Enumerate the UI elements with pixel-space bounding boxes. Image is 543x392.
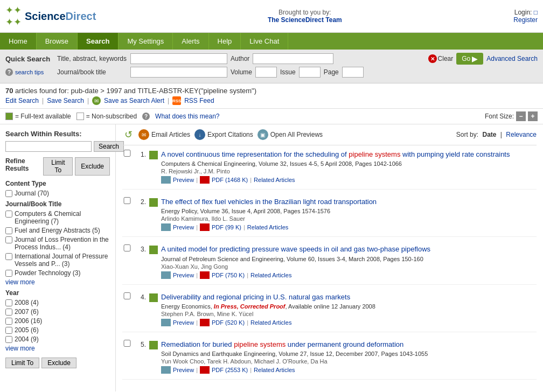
full-text-indicator-1 [149, 151, 158, 159]
refresh-icon[interactable]: ↺ [122, 129, 134, 141]
result-title-4[interactable]: Deliverability and regional pricing in U… [161, 292, 537, 302]
login-link[interactable]: □ [534, 9, 538, 16]
journal-item-3: Journal of Loss Prevention in the Proces… [5, 236, 110, 251]
journal-checkbox-1[interactable] [5, 211, 12, 218]
pdf-link-5[interactable]: PDF (2553 K) [212, 367, 248, 373]
year-item-2005: 2005 (6) [5, 326, 110, 334]
font-size-label: Font Size: [485, 113, 514, 120]
search-within-input[interactable] [5, 141, 92, 152]
font-decrease-button[interactable]: − [516, 111, 526, 121]
help-icon[interactable]: ? [5, 68, 13, 76]
page-input[interactable] [342, 67, 364, 78]
result-title-5[interactable]: Remediation for buried pipeline systems … [161, 340, 537, 349]
result-title-3[interactable]: A united model for predicting pressure w… [161, 244, 537, 254]
exclude-top-button[interactable]: Exclude [75, 157, 110, 176]
go-arrow-icon: ▶ [472, 54, 478, 63]
year-item-2007: 2007 (6) [5, 308, 110, 316]
journal-view-more-link[interactable]: view more [5, 278, 110, 286]
header: ✦✦✦✦ ScienceDirect Brought to you by: Th… [0, 0, 543, 33]
result-title-1[interactable]: A novel continuous time representation f… [161, 150, 537, 159]
journal-label-3: Journal of Loss Prevention in the Proces… [15, 236, 110, 251]
volume-input[interactable] [255, 67, 277, 78]
journal-checkbox-4[interactable] [5, 253, 12, 260]
open-all-previews-button[interactable]: ▣ Open All Previews [257, 129, 323, 140]
limit-to-top-button[interactable]: Limit To [43, 157, 73, 176]
result-title-2[interactable]: The effect of flex fuel vehicles in the … [161, 197, 537, 207]
email-articles-button[interactable]: ✉ Email Articles [138, 129, 190, 140]
clear-button[interactable]: ✕ Clear [428, 54, 454, 63]
email-icon: ✉ [138, 129, 149, 140]
result-actions-2: Preview | PDF (99 K) | Related Articles [161, 223, 537, 231]
nav-alerts[interactable]: Alerts [173, 33, 208, 50]
preview-link-5[interactable]: Preview [173, 367, 194, 373]
pdf-link-2[interactable]: PDF (99 K) [212, 224, 241, 230]
related-link-2[interactable]: Related Articles [247, 224, 288, 230]
nav-livechat[interactable]: Live Chat [241, 33, 288, 50]
journal-checkbox-5[interactable] [5, 270, 12, 277]
result-authors-4: Stephen P.A. Brown, Mine K. Yücel [161, 311, 537, 317]
related-link-5[interactable]: Related Articles [254, 367, 295, 373]
preview-link-2[interactable]: Preview [173, 224, 194, 230]
nav-home[interactable]: Home [0, 33, 37, 50]
year-view-more-link[interactable]: view more [5, 345, 110, 352]
year-checkbox-2004[interactable] [5, 336, 12, 343]
result-item-5: 5. Remediation for buried pipeline syste… [122, 340, 537, 380]
author-input[interactable] [253, 53, 333, 64]
pdf-link-4[interactable]: PDF (520 K) [212, 319, 245, 326]
year-checkbox-2007[interactable] [5, 309, 12, 316]
result-num-5: 5. [135, 340, 146, 348]
content-type-journal-checkbox[interactable] [5, 190, 12, 197]
nav-help[interactable]: Help [209, 33, 241, 50]
result-authors-5: Yun Wook Choo, Tarek H. Abdoun, Michael … [161, 358, 537, 365]
nav-mysettings[interactable]: My Settings [119, 33, 173, 50]
year-checkbox-2006[interactable] [5, 318, 12, 325]
related-link-3[interactable]: Related Articles [250, 272, 291, 278]
non-sub-legend: = Non-subscribed [76, 113, 137, 120]
legend-bar: = Full-text available = Non-subscribed ?… [0, 109, 543, 124]
year-checkbox-2005[interactable] [5, 327, 12, 334]
related-link-1[interactable]: Related Articles [254, 177, 295, 183]
save-search-link[interactable]: Save Search [47, 97, 84, 104]
export-citations-button[interactable]: ↓ Export Citations [194, 129, 253, 140]
result-checkbox-4[interactable] [122, 292, 132, 299]
main-search-input[interactable] [130, 53, 227, 64]
what-does-this-mean-link[interactable]: What does this mean? [155, 113, 219, 120]
journal-item-5: Powder Technology (3) [5, 269, 110, 277]
preview-link-4[interactable]: Preview [173, 319, 194, 326]
result-checkbox-5[interactable] [122, 340, 132, 347]
preview-link-3[interactable]: Preview [173, 272, 194, 278]
journal-input[interactable] [130, 67, 227, 78]
font-increase-button[interactable]: + [528, 111, 538, 121]
author-label: Author [231, 55, 249, 62]
pdf-link-1[interactable]: PDF (1468 K) [212, 177, 248, 183]
year-checkbox-2008[interactable] [5, 299, 12, 306]
result-checkbox-3[interactable] [122, 244, 132, 251]
legend-help-icon[interactable]: ? [142, 113, 150, 120]
journal-checkbox-3[interactable] [5, 236, 12, 243]
register-link[interactable]: Register [513, 16, 538, 24]
edit-search-link[interactable]: Edit Search [5, 97, 39, 104]
non-sub-icon [76, 113, 84, 120]
preview-link-1[interactable]: Preview [173, 177, 194, 183]
result-item-4: 4. Deliverability and regional pricing i… [122, 292, 537, 332]
pdf-link-3[interactable]: PDF (750 K) [212, 272, 245, 278]
issue-input[interactable] [299, 67, 321, 78]
search-tips-link[interactable]: search tips [15, 69, 44, 75]
save-alert-link[interactable]: Save as Search Alert [104, 97, 164, 104]
result-authors-1: R. Rejowski Jr., J.M. Pinto [161, 168, 537, 174]
nav-search[interactable]: Search [78, 33, 119, 50]
journal-checkbox-2[interactable] [5, 227, 12, 234]
advanced-search-button[interactable]: Advanced Search [486, 55, 538, 62]
nav-browse[interactable]: Browse [37, 33, 78, 50]
related-link-4[interactable]: Related Articles [250, 319, 291, 326]
sort-date-link[interactable]: Date [482, 131, 496, 138]
sort-relevance-link[interactable]: Relevance [506, 131, 537, 138]
limit-to-bottom-button[interactable]: Limit To [5, 358, 39, 368]
rss-link[interactable]: RSS Feed [184, 97, 214, 104]
result-checkbox-2[interactable] [122, 197, 132, 204]
exclude-bottom-button[interactable]: Exclude [41, 358, 76, 368]
go-button[interactable]: Go ▶ [456, 53, 483, 65]
result-num-4: 4. [135, 292, 146, 301]
result-checkbox-1[interactable] [122, 150, 132, 157]
search-within-section: Search Within Results: Search [5, 130, 110, 152]
